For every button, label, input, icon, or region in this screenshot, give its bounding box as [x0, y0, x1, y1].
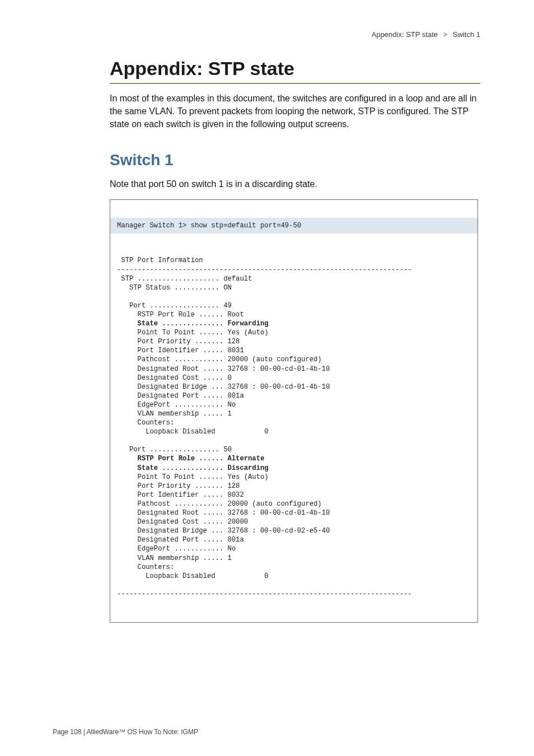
- cli-out-1: STP Port Information -------------------…: [117, 256, 412, 328]
- section-note: Note that port 50 on switch 1 is in a di…: [110, 178, 480, 190]
- breadcrumb: Appendix: STP state > Switch 1: [110, 30, 480, 39]
- breadcrumb-left: Appendix: STP state: [372, 30, 438, 39]
- page-footer: Page 108 | AlliedWare™ OS How To Note: I…: [53, 728, 198, 736]
- cli-out-bold-forwarding: State ............... Forwarding: [138, 320, 269, 328]
- cli-out-bold-discarding: State ............... Discarding: [138, 464, 269, 472]
- section-title-switch1: Switch 1: [110, 151, 480, 169]
- cli-out-3: [117, 464, 138, 472]
- breadcrumb-separator-icon: >: [443, 30, 448, 39]
- cli-out-bold-alternate: RSTP Port Role ...... Alternate: [138, 455, 265, 463]
- cli-out-4: Point To Point ...... Yes (Auto) Port Pr…: [117, 473, 412, 598]
- cli-output: STP Port Information -------------------…: [110, 251, 477, 604]
- cli-output-box: Manager Switch 1> show stp=default port=…: [110, 199, 478, 623]
- page-title: Appendix: STP state: [110, 58, 480, 84]
- cli-command-row: Manager Switch 1> show stp=default port=…: [110, 218, 477, 234]
- cli-out-2: Point To Point ...... Yes (Auto) Port Pr…: [117, 329, 330, 463]
- cli-command: Manager Switch 1> show stp=default port=…: [117, 222, 301, 230]
- breadcrumb-right: Switch 1: [453, 30, 480, 39]
- intro-paragraph: In most of the examples in this document…: [110, 92, 480, 131]
- page: Appendix: STP state > Switch 1 Appendix:…: [0, 0, 534, 756]
